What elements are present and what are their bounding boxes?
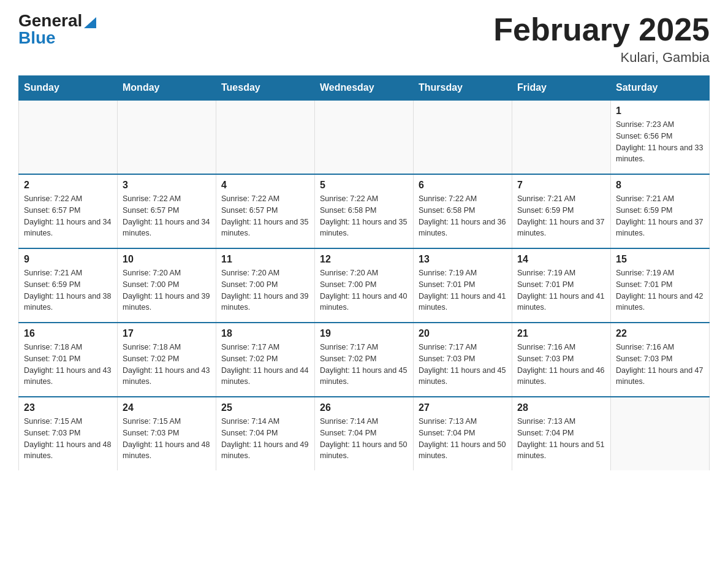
- table-row: 16Sunrise: 7:18 AMSunset: 7:01 PMDayligh…: [19, 323, 118, 397]
- day-number: 4: [221, 180, 309, 191]
- day-number: 6: [419, 180, 507, 191]
- day-info: Sunrise: 7:22 AMSunset: 6:57 PMDaylight:…: [123, 193, 211, 239]
- table-row: 11Sunrise: 7:20 AMSunset: 7:00 PMDayligh…: [216, 248, 315, 323]
- page-header: General Blue February 2025 Kulari, Gambi…: [18, 12, 710, 66]
- day-number: 21: [517, 328, 605, 339]
- table-row: 4Sunrise: 7:22 AMSunset: 6:57 PMDaylight…: [216, 174, 315, 248]
- day-number: 18: [221, 328, 309, 339]
- day-info: Sunrise: 7:21 AMSunset: 6:59 PMDaylight:…: [24, 267, 112, 313]
- table-row: 19Sunrise: 7:17 AMSunset: 7:02 PMDayligh…: [315, 323, 414, 397]
- day-info: Sunrise: 7:19 AMSunset: 7:01 PMDaylight:…: [616, 267, 704, 313]
- page-subtitle: Kulari, Gambia: [493, 50, 710, 66]
- day-info: Sunrise: 7:15 AMSunset: 7:03 PMDaylight:…: [24, 416, 112, 462]
- table-row: [118, 100, 216, 174]
- table-row: 15Sunrise: 7:19 AMSunset: 7:01 PMDayligh…: [611, 248, 710, 323]
- calendar-header-row: Sunday Monday Tuesday Wednesday Thursday…: [19, 76, 710, 101]
- day-number: 27: [419, 402, 507, 413]
- col-tuesday: Tuesday: [216, 76, 315, 101]
- logo-blue-text: Blue: [18, 28, 56, 47]
- day-info: Sunrise: 7:13 AMSunset: 7:04 PMDaylight:…: [517, 416, 605, 462]
- day-info: Sunrise: 7:20 AMSunset: 7:00 PMDaylight:…: [123, 267, 211, 313]
- day-number: 16: [24, 328, 112, 339]
- day-number: 22: [616, 328, 704, 339]
- table-row: 7Sunrise: 7:21 AMSunset: 6:59 PMDaylight…: [512, 174, 611, 248]
- table-row: 12Sunrise: 7:20 AMSunset: 7:00 PMDayligh…: [315, 248, 414, 323]
- table-row: 17Sunrise: 7:18 AMSunset: 7:02 PMDayligh…: [118, 323, 216, 397]
- logo-general-text: General: [18, 12, 82, 29]
- day-info: Sunrise: 7:19 AMSunset: 7:01 PMDaylight:…: [419, 267, 507, 313]
- day-number: 17: [123, 328, 211, 339]
- day-info: Sunrise: 7:17 AMSunset: 7:02 PMDaylight:…: [221, 342, 309, 388]
- day-number: 25: [221, 402, 309, 413]
- day-number: 7: [517, 180, 605, 191]
- page-title: February 2025: [493, 12, 710, 47]
- day-info: Sunrise: 7:18 AMSunset: 7:01 PMDaylight:…: [24, 342, 112, 388]
- table-row: 28Sunrise: 7:13 AMSunset: 7:04 PMDayligh…: [512, 397, 611, 470]
- table-row: 1Sunrise: 7:23 AMSunset: 6:56 PMDaylight…: [611, 100, 710, 174]
- day-info: Sunrise: 7:22 AMSunset: 6:58 PMDaylight:…: [320, 193, 408, 239]
- day-number: 10: [123, 254, 211, 265]
- col-saturday: Saturday: [611, 76, 710, 101]
- day-info: Sunrise: 7:14 AMSunset: 7:04 PMDaylight:…: [221, 416, 309, 462]
- table-row: 5Sunrise: 7:22 AMSunset: 6:58 PMDaylight…: [315, 174, 414, 248]
- day-info: Sunrise: 7:15 AMSunset: 7:03 PMDaylight:…: [123, 416, 211, 462]
- calendar-table: Sunday Monday Tuesday Wednesday Thursday…: [18, 75, 710, 470]
- day-info: Sunrise: 7:16 AMSunset: 7:03 PMDaylight:…: [616, 342, 704, 388]
- table-row: 9Sunrise: 7:21 AMSunset: 6:59 PMDaylight…: [19, 248, 118, 323]
- day-number: 13: [419, 254, 507, 265]
- day-number: 8: [616, 180, 704, 191]
- table-row: [19, 100, 118, 174]
- col-wednesday: Wednesday: [315, 76, 414, 101]
- table-row: 21Sunrise: 7:16 AMSunset: 7:03 PMDayligh…: [512, 323, 611, 397]
- col-sunday: Sunday: [19, 76, 118, 101]
- table-row: [512, 100, 611, 174]
- table-row: 23Sunrise: 7:15 AMSunset: 7:03 PMDayligh…: [19, 397, 118, 470]
- table-row: 10Sunrise: 7:20 AMSunset: 7:00 PMDayligh…: [118, 248, 216, 323]
- day-number: 12: [320, 254, 408, 265]
- title-block: February 2025 Kulari, Gambia: [493, 12, 710, 66]
- table-row: [315, 100, 414, 174]
- day-info: Sunrise: 7:23 AMSunset: 6:56 PMDaylight:…: [616, 119, 704, 165]
- day-number: 20: [419, 328, 507, 339]
- day-number: 3: [123, 180, 211, 191]
- day-info: Sunrise: 7:16 AMSunset: 7:03 PMDaylight:…: [517, 342, 605, 388]
- table-row: 8Sunrise: 7:21 AMSunset: 6:59 PMDaylight…: [611, 174, 710, 248]
- day-number: 1: [616, 105, 704, 117]
- table-row: 6Sunrise: 7:22 AMSunset: 6:58 PMDaylight…: [414, 174, 512, 248]
- day-info: Sunrise: 7:17 AMSunset: 7:02 PMDaylight:…: [320, 342, 408, 388]
- day-number: 5: [320, 180, 408, 191]
- table-row: [414, 100, 512, 174]
- table-row: 26Sunrise: 7:14 AMSunset: 7:04 PMDayligh…: [315, 397, 414, 470]
- day-info: Sunrise: 7:19 AMSunset: 7:01 PMDaylight:…: [517, 267, 605, 313]
- table-row: 2Sunrise: 7:22 AMSunset: 6:57 PMDaylight…: [19, 174, 118, 248]
- table-row: 22Sunrise: 7:16 AMSunset: 7:03 PMDayligh…: [611, 323, 710, 397]
- day-info: Sunrise: 7:17 AMSunset: 7:03 PMDaylight:…: [419, 342, 507, 388]
- day-number: 19: [320, 328, 408, 339]
- table-row: 24Sunrise: 7:15 AMSunset: 7:03 PMDayligh…: [118, 397, 216, 470]
- day-info: Sunrise: 7:22 AMSunset: 6:57 PMDaylight:…: [24, 193, 112, 239]
- day-info: Sunrise: 7:20 AMSunset: 7:00 PMDaylight:…: [221, 267, 309, 313]
- day-number: 24: [123, 402, 211, 413]
- day-number: 2: [24, 180, 112, 191]
- logo-arrow-icon: [84, 15, 96, 28]
- col-thursday: Thursday: [414, 76, 512, 101]
- day-number: 14: [517, 254, 605, 265]
- day-number: 11: [221, 254, 309, 265]
- day-info: Sunrise: 7:14 AMSunset: 7:04 PMDaylight:…: [320, 416, 408, 462]
- table-row: [611, 397, 710, 470]
- day-info: Sunrise: 7:21 AMSunset: 6:59 PMDaylight:…: [616, 193, 704, 239]
- table-row: 14Sunrise: 7:19 AMSunset: 7:01 PMDayligh…: [512, 248, 611, 323]
- logo: General Blue: [18, 12, 96, 47]
- table-row: 25Sunrise: 7:14 AMSunset: 7:04 PMDayligh…: [216, 397, 315, 470]
- col-monday: Monday: [118, 76, 216, 101]
- svg-marker-0: [84, 17, 96, 28]
- day-info: Sunrise: 7:13 AMSunset: 7:04 PMDaylight:…: [419, 416, 507, 462]
- table-row: 3Sunrise: 7:22 AMSunset: 6:57 PMDaylight…: [118, 174, 216, 248]
- day-number: 26: [320, 402, 408, 413]
- table-row: 27Sunrise: 7:13 AMSunset: 7:04 PMDayligh…: [414, 397, 512, 470]
- day-number: 23: [24, 402, 112, 413]
- day-info: Sunrise: 7:21 AMSunset: 6:59 PMDaylight:…: [517, 193, 605, 239]
- day-number: 28: [517, 402, 605, 413]
- table-row: 18Sunrise: 7:17 AMSunset: 7:02 PMDayligh…: [216, 323, 315, 397]
- day-number: 15: [616, 254, 704, 265]
